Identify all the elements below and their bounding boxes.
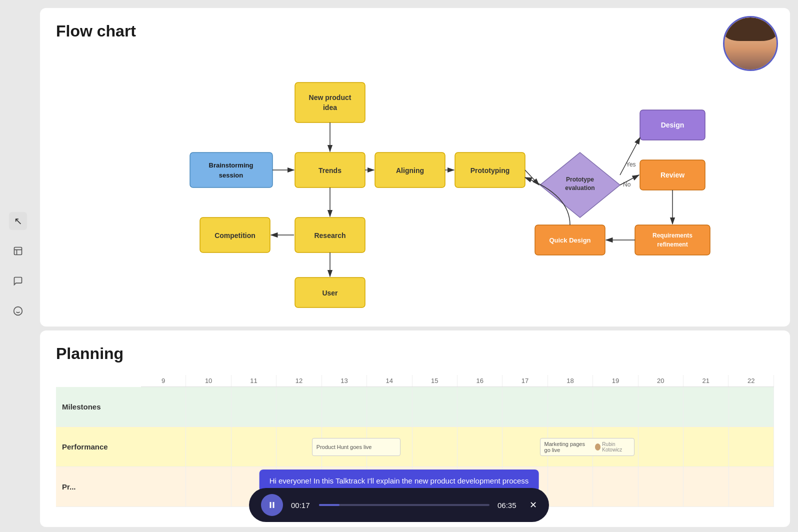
svg-text:Prototype: Prototype: [566, 176, 594, 183]
svg-text:Design: Design: [661, 121, 684, 129]
gantt-col-21: 21: [684, 375, 728, 386]
svg-point-3: [14, 307, 22, 316]
flowchart-title: Flow chart: [56, 22, 774, 40]
label-no: No: [623, 181, 631, 188]
gantt-row-performance: Performance Product Hunt goes live Marke…: [56, 427, 774, 467]
main-content: Flow chart New product idea: [36, 4, 798, 531]
node-brainstorming[interactable]: [190, 152, 272, 188]
gantt-col-10: 10: [186, 375, 231, 386]
flowchart-panel: Flow chart New product idea: [40, 8, 790, 326]
gantt-header: 9 10 11 12 13 14 15 16 17 18 19 20 21 22: [141, 375, 774, 387]
svg-text:Aligning: Aligning: [396, 166, 424, 174]
svg-text:Trends: Trends: [318, 166, 342, 174]
svg-text:Competition: Competition: [214, 232, 256, 240]
gantt-col-11: 11: [232, 375, 276, 386]
gantt-col-13: 13: [322, 375, 367, 386]
svg-text:refinement: refinement: [657, 241, 688, 248]
sticky-note-icon[interactable]: [9, 242, 27, 260]
svg-text:idea: idea: [323, 104, 337, 112]
comment-icon[interactable]: [9, 272, 27, 290]
gantt-col-12: 12: [276, 375, 322, 386]
svg-text:Requirements: Requirements: [652, 232, 692, 239]
label-yes: Yes: [626, 161, 636, 168]
label-new-product-idea: New product: [309, 94, 352, 102]
node-requirements[interactable]: [635, 225, 710, 255]
gantt-col-20: 20: [638, 375, 684, 386]
gantt-col-9: 9: [141, 375, 186, 386]
flowchart-svg: New product idea Brainstorming session T…: [56, 52, 774, 312]
svg-text:Quick Design: Quick Design: [549, 236, 590, 244]
svg-rect-36: [273, 502, 274, 508]
gantt-label-milestones: Milestones: [56, 387, 141, 426]
progress-bar[interactable]: [319, 504, 490, 506]
gantt-row-milestones: Milestones: [56, 387, 774, 427]
svg-text:session: session: [219, 172, 243, 179]
svg-text:Review: Review: [660, 171, 684, 179]
gantt-col-17: 17: [502, 375, 548, 386]
emoji-icon[interactable]: [9, 302, 27, 320]
gantt-cells-performance: Product Hunt goes live Marketing pages g…: [141, 427, 774, 466]
svg-text:Research: Research: [314, 232, 346, 240]
current-time: 00:17: [291, 501, 311, 510]
gantt-label-performance: Performance: [56, 427, 141, 466]
svg-text:Brainstorming: Brainstorming: [209, 162, 254, 169]
progress-fill: [319, 504, 340, 506]
planning-title: Planning: [56, 344, 774, 363]
gantt-col-22: 22: [728, 375, 774, 386]
gantt-col-14: 14: [367, 375, 412, 386]
pause-button[interactable]: [261, 494, 283, 516]
gantt-cells-milestones: [141, 387, 774, 426]
svg-text:Prototyping: Prototyping: [470, 166, 510, 174]
flowchart-diagram: New product idea Brainstorming session T…: [56, 52, 774, 312]
svg-rect-35: [270, 502, 272, 508]
cursor-icon[interactable]: ↖: [9, 212, 27, 230]
node-new-product-idea[interactable]: [295, 82, 365, 122]
close-button[interactable]: ✕: [530, 500, 537, 510]
svg-line-28: [620, 138, 640, 175]
media-player: 00:17 06:35 ✕: [249, 488, 549, 522]
gantt-col-18: 18: [548, 375, 593, 386]
svg-rect-0: [14, 248, 22, 255]
gantt-label-pr: Pr...: [56, 467, 141, 506]
talktrack-text: Hi everyone! In this Talktrack I'll expl…: [270, 476, 529, 485]
svg-text:User: User: [322, 289, 338, 297]
gantt-bar-product-hunt[interactable]: Product Hunt goes live: [312, 438, 400, 456]
gantt-col-19: 19: [593, 375, 638, 386]
gantt-col-15: 15: [412, 375, 458, 386]
duration: 06:35: [498, 501, 518, 510]
svg-text:evaluation: evaluation: [565, 184, 594, 192]
gantt-bar-marketing-pages[interactable]: Marketing pages go live Rubin Kotowicz: [540, 438, 635, 456]
gantt-col-16: 16: [458, 375, 502, 386]
sidebar: ↖: [0, 0, 36, 532]
